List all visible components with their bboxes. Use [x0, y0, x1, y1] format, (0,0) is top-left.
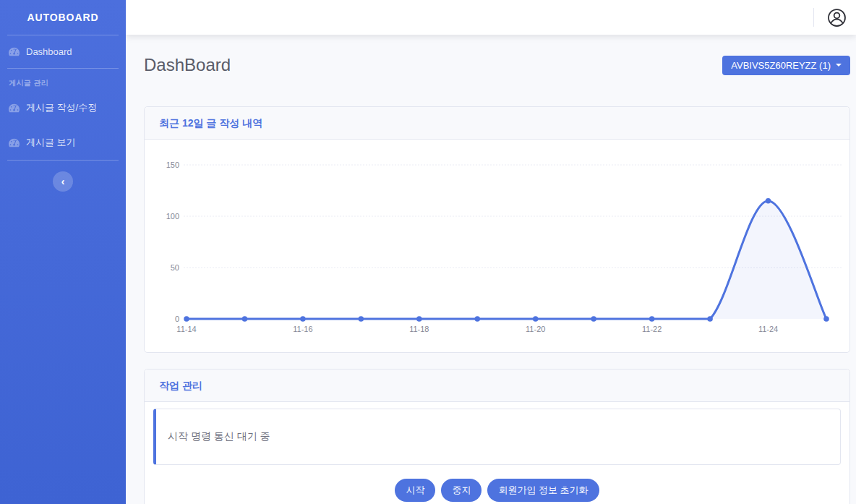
main-content: DashBoard AVBIVS5Z60REYZZ (1) 최근 12일 글 작… [126, 35, 856, 504]
svg-text:11-20: 11-20 [526, 325, 545, 333]
svg-text:0: 0 [175, 315, 179, 323]
task-management-card: 작업 관리 시작 명령 통신 대기 중 시작 중지 회원가입 정보 초기화 [144, 369, 850, 504]
recent-posts-card-body: 05010015011-1411-1611-1811-2011-2211-24 [145, 140, 849, 352]
svg-text:11-18: 11-18 [409, 325, 429, 333]
chart-point[interactable] [707, 316, 713, 322]
account-dropdown-label: AVBIVS5Z60REYZZ (1) [731, 60, 831, 71]
sidebar-toggle-wrap: ‹ [0, 171, 126, 192]
tachometer-icon [9, 46, 20, 57]
sidebar-item-label: 게시글 보기 [26, 136, 76, 149]
chart-point[interactable] [823, 316, 829, 322]
caret-down-icon [836, 64, 842, 67]
sidebar-item-label: Dashboard [26, 46, 72, 57]
chart-point[interactable] [184, 316, 189, 322]
chart-point[interactable] [533, 316, 539, 322]
account-dropdown-button[interactable]: AVBIVS5Z60REYZZ (1) [722, 56, 850, 75]
svg-text:11-22: 11-22 [642, 325, 662, 333]
tachometer-icon [9, 103, 20, 114]
sidebar-divider [7, 160, 119, 161]
svg-text:50: 50 [171, 263, 179, 272]
svg-text:11-14: 11-14 [176, 325, 196, 333]
svg-text:11-16: 11-16 [293, 325, 312, 333]
task-management-card-title: 작업 관리 [145, 370, 849, 402]
sidebar-collapse-button[interactable]: ‹ [53, 171, 73, 192]
sidebar: AUTOBOARD Dashboard 게시글 관리 게시글 작성/수정 게시글… [0, 0, 126, 504]
sidebar-item-post-view[interactable]: 게시글 보기 [0, 125, 126, 160]
chart-area-fill [187, 201, 826, 319]
svg-text:150: 150 [166, 161, 179, 169]
posts-line-chart: 05010015011-1411-1611-1811-2011-2211-24 [150, 145, 844, 341]
recent-posts-card-title: 최근 12일 글 작성 내역 [145, 107, 849, 140]
user-menu-button[interactable] [827, 7, 847, 27]
chart-point[interactable] [649, 316, 655, 322]
chart-point[interactable] [242, 316, 248, 322]
chart-point[interactable] [591, 316, 596, 322]
user-circle-icon [827, 8, 847, 27]
svg-text:11-24: 11-24 [758, 325, 778, 333]
sidebar-item-label: 게시글 작성/수정 [26, 101, 97, 114]
tachometer-icon [9, 137, 20, 148]
app-window: AUTOBOARD Dashboard 게시글 관리 게시글 작성/수정 게시글… [0, 0, 856, 504]
chart-point[interactable] [359, 316, 364, 322]
chart-point[interactable] [300, 316, 306, 322]
page-heading-row: DashBoard AVBIVS5Z60REYZZ (1) [144, 55, 850, 75]
reset-signup-info-button[interactable]: 회원가입 정보 초기화 [487, 479, 599, 502]
topbar [126, 0, 856, 35]
recent-posts-card: 최근 12일 글 작성 내역 05010015011-1411-1611-181… [144, 106, 850, 353]
page-title: DashBoard [144, 55, 231, 75]
task-status-message: 시작 명령 통신 대기 중 [168, 430, 270, 443]
sidebar-section-heading: 게시글 관리 [0, 69, 126, 90]
chart-point[interactable] [474, 316, 480, 322]
chart-point[interactable] [766, 198, 771, 204]
task-management-card-body: 시작 명령 통신 대기 중 시작 중지 회원가입 정보 초기화 [145, 402, 849, 504]
task-status-box: 시작 명령 통신 대기 중 [153, 409, 841, 465]
sidebar-item-dashboard[interactable]: Dashboard [0, 35, 126, 68]
chart-x-labels: 11-1411-1611-1811-2011-2211-24 [176, 325, 778, 333]
start-button[interactable]: 시작 [395, 479, 435, 502]
chart-point[interactable] [416, 316, 422, 322]
stop-button[interactable]: 중지 [441, 479, 482, 502]
task-buttons-row: 시작 중지 회원가입 정보 초기화 [153, 479, 841, 502]
chart-y-labels: 050100150 [166, 161, 179, 323]
svg-text:100: 100 [166, 212, 179, 221]
brand-logo[interactable]: AUTOBOARD [0, 0, 126, 35]
topbar-divider [813, 8, 814, 27]
chevron-left-icon: ‹ [61, 176, 65, 187]
sidebar-item-post-edit[interactable]: 게시글 작성/수정 [0, 90, 126, 125]
